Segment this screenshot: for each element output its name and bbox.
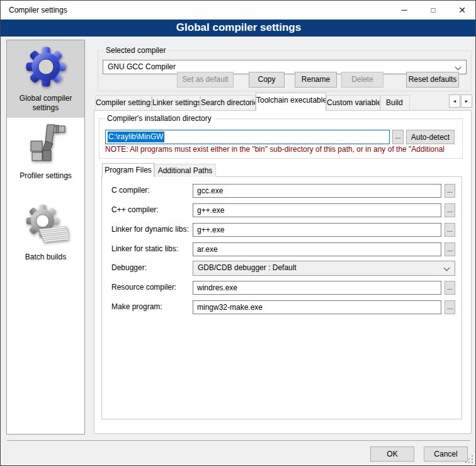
- set-as-default-button[interactable]: Set as default: [177, 72, 234, 88]
- gear-stack-icon: [7, 203, 84, 251]
- sidebar-item-global-compiler-settings[interactable]: Global compiler settings: [7, 40, 84, 118]
- cancel-button[interactable]: Cancel: [424, 446, 468, 462]
- c-compiler-label: C compiler:: [111, 186, 150, 195]
- debugger-label: Debugger:: [111, 263, 147, 272]
- install-dir-note: NOTE: All programs must exist either in …: [105, 145, 459, 155]
- sidebar-item-batch-builds[interactable]: Batch builds: [7, 192, 84, 274]
- rename-button[interactable]: Rename: [295, 72, 337, 88]
- sidebar-item-label: Global compiler settings: [7, 92, 84, 116]
- make-program-label: Make program:: [111, 302, 162, 311]
- resource-compiler-label: Resource compiler:: [111, 283, 176, 292]
- install-dir-value: C:\raylib\MinGW: [108, 132, 164, 142]
- make-program-field[interactable]: mingw32-make.exe: [193, 300, 441, 314]
- tab-compiler-settings[interactable]: Compiler settings: [95, 95, 152, 110]
- caliper-icon: [7, 122, 84, 169]
- title-bar: Compiler settings ─ □ ✕: [1, 1, 476, 20]
- dynamic-linker-value: g++.exe: [197, 225, 224, 234]
- tab-scroll-right-icon[interactable]: ►: [461, 94, 472, 108]
- maximize-button[interactable]: □: [419, 1, 448, 20]
- compiler-settings-dialog: Compiler settings ─ □ ✕ Global compiler …: [0, 0, 476, 466]
- install-dir-input[interactable]: C:\raylib\MinGW: [105, 130, 390, 144]
- c-compiler-value: gcc.exe: [197, 186, 223, 195]
- group-label: Selected compiler: [103, 46, 168, 55]
- static-linker-label: Linker for static libs:: [111, 244, 178, 253]
- resize-grip[interactable]: [465, 455, 473, 463]
- tab-toolchain-executables[interactable]: Toolchain executables: [256, 93, 326, 111]
- tab-linker-settings[interactable]: Linker settings: [152, 95, 200, 110]
- install-dir-browse-button[interactable]: ...: [392, 130, 404, 144]
- window-title: Compiler settings: [9, 1, 67, 20]
- cpp-compiler-label: C++ compiler:: [111, 205, 159, 214]
- dynamic-linker-field[interactable]: g++.exe: [193, 223, 441, 237]
- reset-defaults-button[interactable]: Reset defaults: [406, 72, 459, 88]
- chevron-down-icon: [444, 265, 450, 271]
- tab-search-directories[interactable]: Search directories: [200, 95, 256, 110]
- sidebar-item-profiler-settings[interactable]: Profiler settings: [7, 118, 84, 192]
- chevron-down-icon: [455, 64, 462, 71]
- c-compiler-browse-button[interactable]: ...: [445, 184, 455, 198]
- close-button[interactable]: ✕: [448, 1, 476, 20]
- static-linker-value: ar.exe: [197, 245, 218, 254]
- dynamic-linker-browse-button[interactable]: ...: [445, 223, 455, 237]
- dynamic-linker-label: Linker for dynamic libs:: [111, 225, 189, 234]
- resource-compiler-field[interactable]: windres.exe: [193, 281, 441, 295]
- settings-category-list: Global compiler settings: [6, 40, 85, 435]
- c-compiler-field[interactable]: gcc.exe: [193, 184, 441, 198]
- cpp-compiler-field[interactable]: g++.exe: [193, 203, 441, 217]
- footer-divider: [7, 440, 470, 441]
- sidebar-item-label: Batch builds: [7, 251, 84, 266]
- delete-button[interactable]: Delete: [341, 72, 383, 88]
- copy-button[interactable]: Copy: [249, 72, 285, 88]
- debugger-value: GDB/CDB debugger : Default: [198, 263, 297, 272]
- make-program-browse-button[interactable]: ...: [445, 300, 455, 314]
- resource-compiler-browse-button[interactable]: ...: [445, 281, 455, 295]
- resource-compiler-value: windres.exe: [197, 283, 237, 292]
- cpp-compiler-value: g++.exe: [197, 206, 224, 215]
- make-program-value: mingw32-make.exe: [197, 303, 263, 312]
- tab-custom-variables[interactable]: Custom variables: [326, 95, 380, 110]
- static-linker-field[interactable]: ar.exe: [193, 242, 441, 256]
- debugger-select[interactable]: GDB/CDB debugger : Default: [193, 261, 455, 276]
- static-linker-browse-button[interactable]: ...: [445, 242, 455, 256]
- minimize-button[interactable]: ─: [390, 1, 419, 20]
- subtab-program-files[interactable]: Program Files: [102, 163, 154, 177]
- page-title: Global compiler settings: [1, 20, 476, 37]
- tab-build-options[interactable]: Build: [380, 95, 410, 110]
- subtab-additional-paths[interactable]: Additional Paths: [154, 164, 216, 177]
- compiler-select-value: GNU GCC Compiler: [108, 62, 176, 71]
- tab-scroll-left-icon[interactable]: ◄: [449, 94, 460, 108]
- auto-detect-button[interactable]: Auto-detect: [406, 130, 455, 144]
- sidebar-item-label: Profiler settings: [7, 169, 84, 185]
- ok-button[interactable]: OK: [370, 446, 414, 462]
- group-label: Compiler's installation directory: [105, 114, 214, 123]
- gear-blue-icon: [7, 44, 84, 92]
- cpp-compiler-browse-button[interactable]: ...: [445, 203, 455, 217]
